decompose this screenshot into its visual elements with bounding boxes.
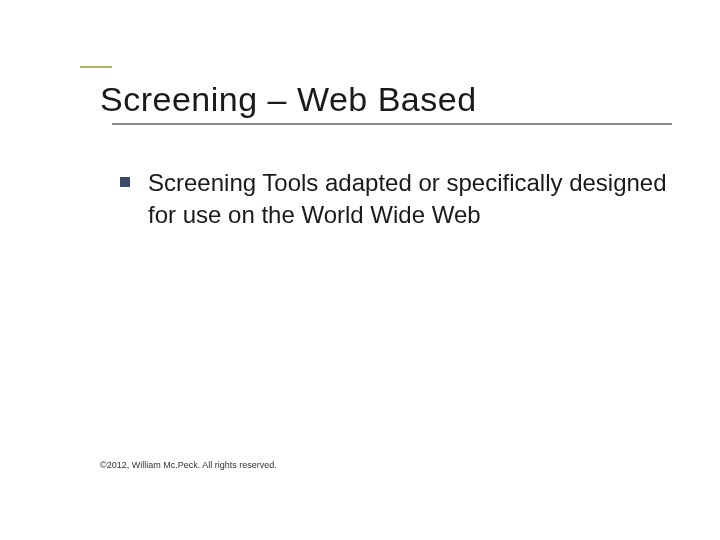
bullet-item: Screening Tools adapted or specifically … (120, 167, 680, 232)
square-bullet-icon (120, 177, 130, 187)
title-underline-decoration (112, 123, 672, 125)
title-wrapper: Screening – Web Based (100, 80, 680, 119)
slide-container: Screening – Web Based Screening Tools ad… (0, 0, 720, 540)
bullet-text: Screening Tools adapted or specifically … (148, 167, 668, 232)
slide-title: Screening – Web Based (100, 80, 680, 119)
content-area: Screening Tools adapted or specifically … (100, 167, 680, 232)
accent-line-decoration (80, 66, 112, 68)
copyright-footer: ©2012, William Mc.Peck. All rights reser… (100, 460, 277, 470)
